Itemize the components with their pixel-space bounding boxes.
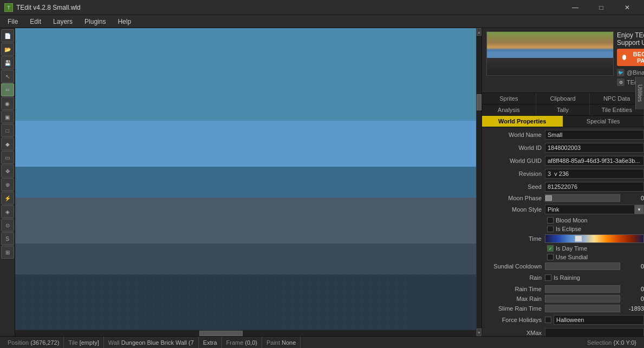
vscroll-up-button[interactable]: ▲ [477,28,482,36]
world-guid-input[interactable] [545,156,644,166]
world-view[interactable] [15,28,476,336]
revision-row: Revision [482,168,644,179]
unknown-tool-2[interactable]: ⊞ [1,246,14,259]
menu-help[interactable]: Help [112,17,136,27]
world-guid-row: World GUID [482,155,644,166]
maximize-button[interactable]: □ [589,0,614,15]
moon-style-label: Moon Style [482,206,542,213]
world-name-row: World Name [482,129,644,140]
rain-row: Rain Is Raining [482,272,644,283]
wire-tool-button[interactable]: ⚡ [1,192,14,205]
moon-phase-value: 0 [622,195,644,201]
force-holidays-label: Force Holidays [482,317,542,323]
moon-phase-label: Moon Phase [482,195,542,201]
minimize-button[interactable]: — [563,0,588,15]
position-value: (3676,272) [30,339,59,346]
time-slider[interactable] [545,234,644,243]
use-sundial-checkbox[interactable] [547,254,554,260]
brush-tool-button[interactable]: ◉ [1,97,14,110]
is-raining-checkbox[interactable] [545,274,551,281]
rain-time-slider[interactable] [545,285,620,293]
utilities-tab[interactable]: Utilities [635,77,644,109]
moon-phase-row: Moon Phase 0 [482,194,644,202]
patreon-label: BECOME A PATRON [628,51,644,64]
tab-analysis[interactable]: Analysis [482,104,536,115]
max-rain-slider[interactable] [545,295,620,303]
moon-style-input[interactable] [545,205,634,214]
sundial-cooldown-value: 0 [622,263,644,270]
vscroll-track[interactable] [477,36,482,329]
hscroll-thumb[interactable] [199,331,243,336]
rectangle-tool-button[interactable]: ▭ [1,151,14,164]
move-tool-button[interactable]: ✥ [1,165,14,178]
moon-style-row: Moon Style ▼ [482,204,644,215]
canvas-area[interactable] [15,28,476,336]
blood-moon-checkbox[interactable] [547,217,554,224]
patreon-icon [622,55,626,60]
tab-special-tiles[interactable]: Special Tiles [563,116,645,127]
support-title: Enjoy TEdit? Support Us! [617,31,644,47]
sprite-tool-button[interactable]: ◈ [1,205,14,218]
menu-edit[interactable]: Edit [24,17,47,27]
vertical-scrollbar[interactable]: ▲ ▼ [476,28,482,336]
tab-row-1: Sprites Clipboard NPC Data [482,93,644,104]
selection-value: {X:0 Y:0} [613,339,636,346]
vscroll-thumb[interactable] [477,94,482,110]
vscroll-down-button[interactable]: ▼ [477,329,482,336]
menu-plugins[interactable]: Plugins [79,17,111,27]
tab-sprites[interactable]: Sprites [482,93,536,104]
tile-segment: Tile [empty] [64,337,103,348]
world-id-input[interactable] [545,143,644,153]
is-eclipse-checkbox[interactable] [547,226,554,232]
tab-tally[interactable]: Tally [536,104,590,115]
eraser-tool-button[interactable]: □ [1,124,14,137]
position-label: Position [8,339,29,346]
window-controls: — □ ✕ [563,0,640,15]
force-holidays-input[interactable] [554,315,644,325]
tab-clipboard[interactable]: Clipboard [536,93,590,104]
minimap [486,31,614,76]
sundial-cooldown-slider[interactable] [545,262,620,270]
world-name-input[interactable] [545,130,644,140]
seed-row: Seed [482,181,644,192]
time-slider-thumb[interactable] [575,235,582,242]
use-sundial-label: Use Sundial [556,254,588,260]
zoom-tool-button[interactable]: ⊕ [1,178,14,191]
moon-style-dropdown[interactable]: ▼ [634,205,644,214]
open-file-button[interactable]: 📂 [1,43,14,56]
morph-tool-button[interactable]: ⊙ [1,219,14,232]
position-segment: Position (3676,272) [3,337,64,348]
pencil-tool-button[interactable]: ✏ [1,83,14,96]
unknown-tool-1[interactable]: S [1,232,14,245]
slime-rain-time-row: Slime Rain Time -1893 [482,305,644,312]
is-day-time-checkbox[interactable]: ✓ [547,245,554,252]
slime-rain-time-slider[interactable] [545,305,620,312]
tab-world-properties[interactable]: World Properties [482,116,563,127]
paint-segment: Paint None [262,337,301,348]
force-holidays-checkbox[interactable] [545,317,551,323]
support-panel: Enjoy TEdit? Support Us! BECOME A PATRON… [482,28,644,93]
close-button[interactable]: ✕ [615,0,640,15]
moon-phase-slider[interactable] [545,194,620,202]
menu-file[interactable]: File [2,17,23,27]
revision-label: Revision [482,170,542,177]
pick-tool-button[interactable]: ◆ [1,137,14,150]
fill-tool-button[interactable]: ▣ [1,110,14,123]
sundial-cooldown-row: Sundial Cooldown 0 [482,262,644,270]
save-file-button[interactable]: 💾 [1,56,14,69]
is-eclipse-row: Is Eclipse [482,226,644,232]
twitter-link[interactable]: 🐦 @BinaryConstruct [617,68,644,77]
is-raining-label: Is Raining [554,274,580,281]
rain-time-row: Rain Time 0 [482,285,644,293]
revision-input[interactable] [545,169,644,179]
horizontal-scrollbar[interactable] [15,330,476,336]
tile-value: [empty] [80,339,99,346]
seed-input[interactable] [545,182,644,192]
github-icon: ⚙ [617,78,625,86]
xmax-input[interactable] [545,328,644,336]
twitter-label: @BinaryConstruct [627,69,644,76]
patreon-button[interactable]: BECOME A PATRON [617,49,644,66]
new-file-button[interactable]: 📄 [1,29,14,42]
select-tool-button[interactable]: ↖ [1,70,14,83]
menu-layers[interactable]: Layers [48,17,78,27]
